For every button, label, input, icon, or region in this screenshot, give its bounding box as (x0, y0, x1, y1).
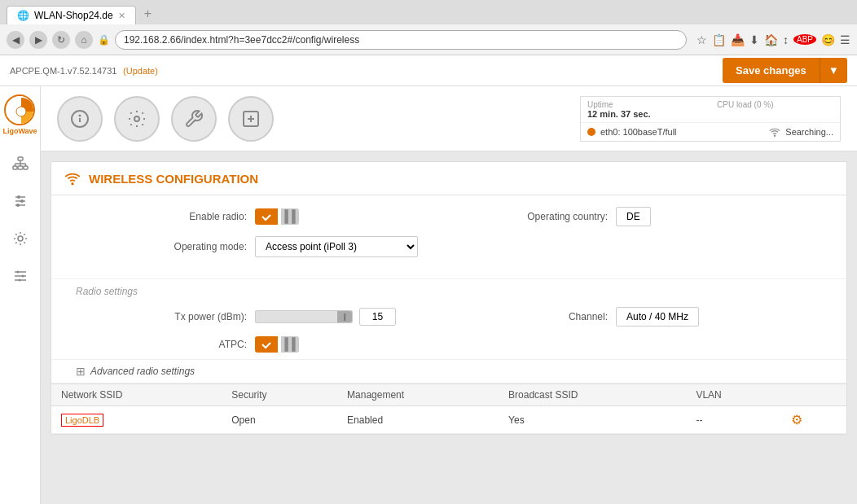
abp-icon[interactable]: ABP (793, 34, 816, 45)
nav-settings-button[interactable] (114, 96, 160, 142)
status-eth: eth0: 100baseT/full (581, 124, 683, 140)
advanced-label: Advanced radio settings (90, 366, 195, 377)
svg-point-22 (21, 275, 24, 278)
sidebar-item-menu[interactable] (3, 259, 37, 293)
tab-icon: 🌐 (17, 10, 29, 21)
action-cell: ⚙ (781, 406, 846, 434)
status-cpu: CPU load (0 %) (710, 97, 840, 122)
sidebar-item-network[interactable] (3, 147, 37, 181)
svg-rect-3 (13, 166, 17, 169)
address-bar[interactable] (115, 30, 687, 50)
col-broadcast: Broadcast SSID (499, 384, 686, 406)
vlan-value: -- (696, 414, 702, 426)
wifi-icon (769, 126, 780, 138)
toggle-on-button[interactable] (255, 208, 278, 225)
profile-icon[interactable]: 😊 (821, 33, 835, 46)
atpc-check-icon (261, 339, 272, 350)
status-connection-row: eth0: 100baseT/full Searching... (581, 123, 840, 141)
sidebar-item-gear[interactable] (3, 221, 37, 256)
radio-settings-title: Radio settings (51, 279, 846, 300)
logo-text: LigoWave (2, 127, 37, 135)
atpc-toggle-off[interactable] (281, 336, 299, 353)
svg-rect-33 (284, 209, 288, 224)
home-button[interactable]: ⌂ (75, 31, 93, 49)
broadcast-value: Yes (508, 414, 525, 426)
browser-chrome: ◀ ▶ ↻ ⌂ 🔒 ☆ 📋 📥 ⬇ 🏠 ↕ ABP 😊 ☰ (0, 24, 857, 55)
ssid-header-row: Network SSID Security Management Broadca… (51, 384, 846, 406)
operating-mode-group: Operating mode: Access point (iPoll 3) S… (76, 236, 461, 257)
operating-country-label: Operating country: (477, 211, 608, 222)
col-management: Management (337, 384, 499, 406)
tx-slider-thumb[interactable]: ‖ (337, 311, 352, 322)
security-cell: Open (222, 406, 337, 434)
operating-mode-label: Operating mode: (116, 241, 247, 252)
reader-icon[interactable]: 📋 (712, 33, 726, 46)
col-vlan: VLAN (686, 384, 781, 406)
pocket-icon[interactable]: 📥 (731, 33, 745, 46)
tx-slider-track[interactable]: ‖ (255, 310, 353, 323)
nav-info-button[interactable] (57, 96, 103, 142)
svg-rect-4 (18, 166, 23, 169)
svg-point-32 (72, 183, 73, 185)
svg-rect-2 (18, 157, 23, 160)
operating-country-button[interactable]: DE (616, 207, 651, 226)
close-icon[interactable]: ✕ (118, 11, 125, 21)
plus-icon: ⊞ (76, 365, 86, 378)
tx-power-value[interactable]: 15 (359, 308, 396, 326)
channel-button[interactable]: Auto / 40 MHz (616, 307, 699, 327)
status-box: Uptime 12 min. 37 sec. CPU load (0 %) et… (580, 96, 841, 142)
atpc-toggle-on[interactable] (255, 336, 278, 353)
nav-add-button[interactable] (228, 96, 274, 142)
home-nav-icon[interactable]: 🏠 (764, 33, 778, 46)
save-button-group: Save changes ▼ (723, 58, 847, 83)
svg-rect-36 (292, 337, 295, 352)
forward-button[interactable]: ▶ (29, 31, 47, 49)
menu-icon[interactable]: ☰ (840, 33, 850, 46)
advanced-toggle[interactable]: ⊞ Advanced radio settings (51, 360, 846, 383)
download-icon[interactable]: ⬇ (749, 33, 759, 46)
tx-slider-container: ‖ 15 (255, 308, 396, 326)
row-gear-button[interactable]: ⚙ (791, 412, 802, 427)
form-row-atpc: ATPC: (76, 336, 822, 353)
svg-point-15 (20, 199, 24, 203)
toggle-off-button[interactable] (281, 208, 299, 225)
management-value: Enabled (347, 414, 383, 426)
uptime-value: 12 min. 37 sec. (587, 109, 704, 119)
form-row-tx: Tx power (dBm): ‖ 15 (76, 307, 822, 327)
enable-radio-label: Enable radio: (116, 211, 247, 222)
nav-tools-button[interactable] (171, 96, 217, 142)
sidebar: LigoWave (0, 86, 41, 504)
status-uptime-row: Uptime 12 min. 37 sec. CPU load (0 %) (581, 97, 840, 123)
ssid-table-head: Network SSID Security Management Broadca… (51, 384, 846, 406)
radio-settings-section: Radio settings Tx power (dBm): ‖ (51, 279, 846, 360)
ssid-table-body: LigoDLB Open Enabled Yes (51, 406, 846, 434)
top-nav (57, 96, 274, 142)
app-header: APCPE.QM-1.v7.52.14731 (Update) Save cha… (0, 55, 857, 86)
bookmark-icon[interactable]: ☆ (697, 33, 707, 46)
sidebar-item-sliders[interactable] (3, 184, 37, 218)
save-dropdown-button[interactable]: ▼ (820, 58, 847, 83)
version-info: APCPE.QM-1.v7.52.14731 (Update) (10, 64, 158, 77)
svg-point-17 (18, 236, 23, 241)
panel-header: WIRELESS CONFIGURATION (51, 162, 846, 195)
back-button[interactable]: ◀ (7, 31, 24, 49)
logo: LigoWave (2, 94, 37, 135)
update-link[interactable]: (Update) (123, 66, 158, 76)
atpc-group: ATPC: (76, 336, 461, 353)
enable-radio-group: Enable radio: (76, 208, 461, 225)
panel-title: WIRELESS CONFIGURATION (89, 172, 258, 186)
form-row-enable: Enable radio: (76, 207, 822, 226)
save-changes-button[interactable]: Save changes (723, 58, 820, 83)
config-panel: WIRELESS CONFIGURATION Enable radio: (51, 161, 847, 435)
lock-icon: 🔒 (98, 34, 110, 46)
vlan-cell: -- (686, 406, 781, 434)
new-tab-button[interactable]: + (136, 3, 160, 24)
tab-label: WLAN-Shop24.de (34, 10, 113, 21)
browser-tab[interactable]: 🌐 WLAN-Shop24.de ✕ (7, 6, 136, 24)
operating-mode-select[interactable]: Access point (iPoll 3) Station Access po… (255, 236, 418, 257)
ssid-name[interactable]: LigoDLB (61, 414, 103, 427)
sync-icon[interactable]: ↕ (783, 33, 789, 46)
svg-point-31 (775, 135, 776, 136)
ssid-table: Network SSID Security Management Broadca… (51, 383, 846, 434)
refresh-button[interactable]: ↻ (52, 31, 70, 49)
